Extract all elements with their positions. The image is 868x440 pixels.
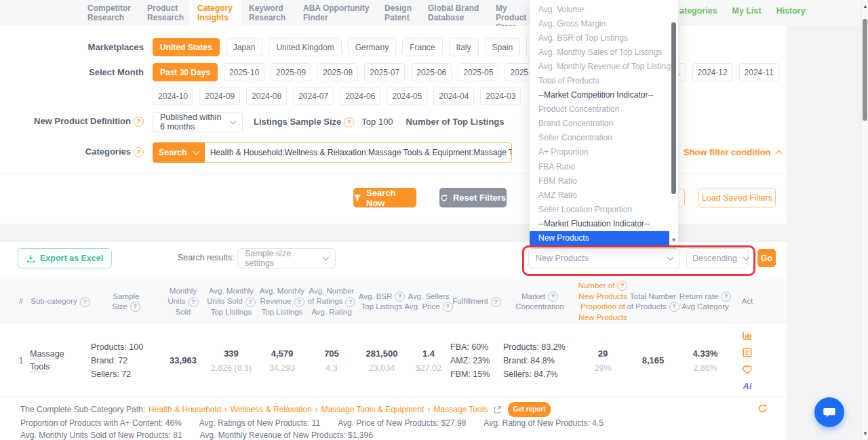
dropdown-option[interactable]: FBA Ratio xyxy=(530,159,678,174)
marketplace-spain[interactable]: Spain xyxy=(485,38,521,56)
scrollbar-down-icon[interactable]: ▼ xyxy=(862,431,868,437)
export-excel-button[interactable]: Export as Excel xyxy=(18,248,112,268)
marketplace-italy[interactable]: Italy xyxy=(449,38,479,56)
help-icon[interactable]: ? xyxy=(344,117,354,127)
link-history[interactable]: History xyxy=(776,6,806,16)
scrollbar-up-icon[interactable]: ▲ xyxy=(862,3,868,9)
dropdown-scrollbar-thumb[interactable] xyxy=(671,22,676,194)
col-avg-monthly-revenue[interactable]: Avg. Monthly Revenue? Top Listings xyxy=(258,286,307,318)
sort-order-select[interactable]: Descending xyxy=(686,248,748,268)
sort-field-select[interactable]: New Products xyxy=(528,248,680,268)
ai-analysis-button[interactable]: Ai xyxy=(743,381,752,391)
month-2024-08[interactable]: 2024-08 xyxy=(246,87,287,105)
path-link[interactable]: Massage Tools xyxy=(434,403,488,416)
get-report-badge[interactable]: Get report xyxy=(508,402,550,417)
dropdown-option[interactable]: A+ Proportion xyxy=(530,145,678,159)
marketplace-germany[interactable]: Germany xyxy=(348,38,396,56)
tab-keyword-research[interactable]: Keyword Research xyxy=(241,0,296,26)
month-2025-09[interactable]: 2025-09 xyxy=(271,63,311,81)
help-icon[interactable]: ? xyxy=(617,281,627,291)
help-icon[interactable]: ? xyxy=(80,297,90,307)
dropdown-option[interactable]: Avg. Gross Margin xyxy=(530,16,678,31)
tab-aba-opportunity-finder[interactable]: ABA Opportunity Finder xyxy=(296,0,377,26)
tab-global-brand-database[interactable]: Global Brand Database xyxy=(420,0,488,26)
month-2024-03[interactable]: 2024-03 xyxy=(480,87,521,105)
favorite-heart-icon[interactable] xyxy=(742,364,753,375)
trend-chart-icon[interactable] xyxy=(742,330,753,341)
marketplace-japan[interactable]: Japan xyxy=(226,38,263,56)
col-number-of-new-products[interactable]: Number of? New Products Proportion of Ne… xyxy=(576,281,629,323)
tab-product-research[interactable]: Product Research xyxy=(140,0,190,26)
month-2025-06[interactable]: 2025-06 xyxy=(411,63,452,81)
load-saved-filters-button[interactable]: Load Saved Filters xyxy=(698,188,776,207)
col-fulfillment[interactable]: Fulfillment? xyxy=(450,296,503,307)
sample-size-settings-select[interactable]: Sample size settings xyxy=(237,248,336,268)
dropdown-option[interactable]: Seller Concentration xyxy=(530,131,678,145)
month-2024-09[interactable]: 2024-09 xyxy=(199,87,240,105)
dropdown-option[interactable]: Product Concentration xyxy=(530,102,678,117)
dropdown-option-selected[interactable]: New Products xyxy=(530,231,669,245)
dropdown-option[interactable]: Brand Concentration xyxy=(530,117,678,131)
col-avg-monthly-units-sold[interactable]: Avg. Monthly Units Sold? Top Listings xyxy=(205,286,258,318)
month-2025-10[interactable]: 2025-10 xyxy=(224,63,264,81)
col-avg-number-of-ratings[interactable]: Avg. Number of Ratings? Avg. Rating xyxy=(307,286,357,318)
dropdown-option[interactable]: Avg. BSR of Top Listings xyxy=(530,31,678,45)
path-link[interactable]: Health & Household xyxy=(149,403,221,416)
dropdown-option[interactable]: Total of Products xyxy=(530,73,678,87)
share-icon[interactable] xyxy=(493,405,502,414)
col-total-number-of-products[interactable]: Total Number of Products? xyxy=(629,292,677,313)
report-icon[interactable] xyxy=(742,347,753,358)
show-filter-condition-link[interactable]: Show filter condition xyxy=(684,147,781,157)
month-2024-10[interactable]: 2024-10 xyxy=(153,87,193,105)
col-avg-sellers-price[interactable]: Avg. Sellers Avg. Price? xyxy=(407,292,450,313)
month-2024-05[interactable]: 2024-05 xyxy=(387,87,427,105)
col-market-concentration[interactable]: Market? Concentration xyxy=(503,292,576,313)
reset-filters-button[interactable]: Reset Filters xyxy=(439,188,507,207)
path-link[interactable]: Wellness & Relaxation xyxy=(231,403,312,416)
go-button[interactable]: Go xyxy=(757,249,776,267)
categories-input[interactable]: Health & Household:Wellness & Relaxation… xyxy=(205,142,512,163)
refresh-icon[interactable] xyxy=(757,403,768,414)
col-sample-size[interactable]: Sample Size? xyxy=(91,292,161,313)
link-categories[interactable]: Categories xyxy=(673,6,717,16)
chat-widget-button[interactable] xyxy=(814,397,844,427)
dropdown-option[interactable]: AMZ Ratio xyxy=(530,188,678,202)
listings-sample-size-value[interactable]: Top 100 xyxy=(361,112,393,127)
month-2024-11[interactable]: 2024-11 xyxy=(739,63,779,81)
col-sub-category[interactable]: Sub-category? xyxy=(30,296,91,307)
search-now-button[interactable]: Search Now xyxy=(353,188,416,207)
link-my-list[interactable]: My List xyxy=(732,6,762,16)
sub-category-link[interactable]: Massage Tools xyxy=(30,348,69,374)
dropdown-option[interactable]: Avg. Volume xyxy=(530,2,678,16)
marketplace-united-kingdom[interactable]: United Kingdom xyxy=(269,38,341,56)
scrollbar-thumb[interactable] xyxy=(863,19,867,121)
help-icon[interactable]: ? xyxy=(548,292,558,302)
help-icon[interactable]: ? xyxy=(345,297,355,307)
help-icon[interactable]: ? xyxy=(130,302,140,312)
month-2025-08[interactable]: 2025-08 xyxy=(317,63,358,81)
month-2024-12[interactable]: 2024-12 xyxy=(692,63,733,81)
help-icon[interactable]: ? xyxy=(491,297,501,307)
tab-design-patent[interactable]: Design Patent xyxy=(377,0,420,26)
help-icon[interactable]: ? xyxy=(395,292,405,302)
help-icon[interactable]: ? xyxy=(134,147,144,157)
help-icon[interactable]: ? xyxy=(245,297,256,307)
marketplace-united-states[interactable]: United States xyxy=(153,38,220,56)
col-return-rate[interactable]: Return rate? Avg Category xyxy=(677,292,734,313)
help-icon[interactable]: ? xyxy=(189,297,199,307)
month-2025-07[interactable]: 2025-07 xyxy=(364,63,405,81)
help-icon[interactable]: ? xyxy=(721,292,731,302)
dropdown-option[interactable]: Avg. Monthly Revenue of Top Listings xyxy=(530,59,678,73)
help-icon[interactable]: ? xyxy=(294,297,304,307)
dropdown-option[interactable]: FBM Ratio xyxy=(530,174,678,188)
help-icon[interactable]: ? xyxy=(134,117,144,127)
marketplace-france[interactable]: France xyxy=(402,38,442,56)
month-past-30-days[interactable]: Past 30 Days xyxy=(153,63,218,81)
new-product-definition-select[interactable]: Published within 6 months xyxy=(153,112,243,132)
col-avg-bsr[interactable]: Avg. BSR? Top Listings xyxy=(357,292,407,313)
page-scrollbar[interactable]: ▲ ▼ xyxy=(861,0,868,440)
dropdown-option[interactable]: Avg. Monthly Sales of Top Listings xyxy=(530,45,678,59)
month-2024-07[interactable]: 2024-07 xyxy=(293,87,334,105)
month-2025-05[interactable]: 2025-05 xyxy=(458,63,498,81)
tab-competitor-research[interactable]: Competitor Research xyxy=(80,0,140,26)
